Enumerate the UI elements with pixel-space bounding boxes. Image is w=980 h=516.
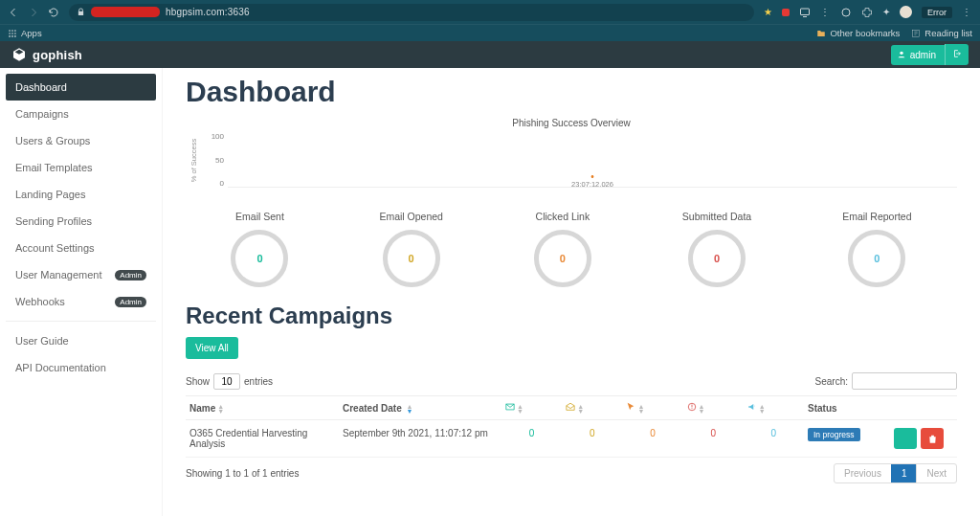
row-delete-button[interactable] <box>921 428 944 449</box>
kebab-icon[interactable]: ⋮ <box>820 7 831 17</box>
sidebar-item-landing-pages[interactable]: Landing Pages <box>6 181 156 208</box>
sidebar-item-api-docs[interactable]: API Documentation <box>6 354 156 381</box>
svg-point-5 <box>9 33 11 34</box>
other-bookmarks-button[interactable]: Other bookmarks <box>816 28 900 38</box>
svg-point-4 <box>14 30 16 32</box>
reload-icon[interactable] <box>48 7 59 18</box>
col-name-header[interactable]: Name▲▼ <box>186 396 339 420</box>
apps-shortcut[interactable]: Apps <box>8 28 42 38</box>
stat-ring[interactable]: 0 <box>688 230 746 287</box>
chart-data-point[interactable]: 23:07:12.026 <box>571 175 613 189</box>
cell-opened: 0 <box>562 420 622 458</box>
reading-list-label: Reading list <box>924 28 972 38</box>
col-submitted-header[interactable]: ▲▼ <box>683 396 744 420</box>
pager-current[interactable]: 1 <box>891 464 917 482</box>
forward-icon[interactable] <box>28 7 39 18</box>
sidebar-item-email-templates[interactable]: Email Templates <box>6 154 156 181</box>
status-badge: In progress <box>808 428 860 441</box>
chart-title: Phishing Success Overview <box>186 118 957 128</box>
view-all-button[interactable]: View All <box>186 337 238 359</box>
col-sent-header[interactable]: ▲▼ <box>501 396 562 420</box>
browser-extensions: ★ ⋮ ✦ Error ⋮ <box>764 6 972 18</box>
stat-email-sent: Email Sent 0 <box>231 211 288 287</box>
stat-email-opened: Email Opened 0 <box>379 211 443 287</box>
sidebar-item-account-settings[interactable]: Account Settings <box>6 235 156 261</box>
row-stats-button[interactable] <box>894 428 917 449</box>
sidebar-item-webhooks[interactable]: WebhooksAdmin <box>6 288 156 315</box>
sidebar-nav: Dashboard Campaigns Users & Groups Email… <box>0 68 163 516</box>
pager-previous[interactable]: Previous <box>835 464 891 482</box>
main-content: Dashboard Phishing Success Overview % of… <box>163 68 980 516</box>
stat-label: Email Sent <box>235 211 284 222</box>
sidebar-item-label: Landing Pages <box>15 189 85 200</box>
recorder-icon[interactable] <box>782 9 790 16</box>
sidebar-item-sending-profiles[interactable]: Sending Profiles <box>6 208 156 235</box>
show-label-post: entries <box>244 376 273 387</box>
browser-error-button[interactable]: Error <box>922 7 952 18</box>
lock-icon <box>77 8 85 16</box>
sidebar-item-label: Dashboard <box>15 81 67 93</box>
trash-icon <box>927 434 938 444</box>
sidebar-item-label: Webhooks <box>15 296 65 307</box>
cell-created: September 9th 2021, 11:07:12 pm <box>339 420 501 458</box>
logout-button[interactable] <box>945 44 969 65</box>
apps-grid-icon <box>8 29 17 38</box>
star-icon[interactable]: ★ <box>764 7 772 17</box>
puzzle-ext-icon[interactable] <box>861 7 873 18</box>
stat-value: 0 <box>256 253 262 264</box>
pager-next[interactable]: Next <box>916 464 956 482</box>
col-clicked-header[interactable]: ▲▼ <box>622 396 682 420</box>
sidebar-divider <box>6 321 156 322</box>
page-title: Dashboard <box>186 76 957 108</box>
table-info: Showing 1 to 1 of 1 entries <box>186 468 299 479</box>
circle-ext-icon[interactable] <box>840 7 852 18</box>
sidebar-item-label: Campaigns <box>15 108 69 120</box>
stat-ring[interactable]: 0 <box>848 230 905 287</box>
show-label-pre: Show <box>186 376 210 387</box>
brand-label: gophish <box>33 48 82 62</box>
url-visible: hbgpsim.com:3636 <box>166 7 250 17</box>
stat-clicked-link: Clicked Link 0 <box>534 211 591 287</box>
profile-avatar-icon[interactable] <box>900 6 912 18</box>
chart-area[interactable]: % of Success 100 50 0 23:07:12.026 <box>186 132 957 205</box>
app-brand[interactable]: gophish <box>11 47 82 62</box>
sidebar-item-dashboard[interactable]: Dashboard <box>6 74 156 101</box>
search-input[interactable] <box>852 372 957 390</box>
campaigns-table: Name▲▼ Created Date ▲▼ ▲▼ ▲▼ ▲▼ ▲▼ ▲▼ St… <box>186 395 957 458</box>
address-bar[interactable]: hbgpsim.com:3636 <box>69 4 754 21</box>
dots-ext-icon[interactable]: ✦ <box>882 7 890 17</box>
col-reported-header[interactable]: ▲▼ <box>744 396 804 420</box>
svg-rect-0 <box>801 9 810 15</box>
stat-ring[interactable]: 0 <box>383 230 440 287</box>
folder-icon <box>816 29 826 38</box>
stat-value: 0 <box>714 253 720 264</box>
entries-input[interactable] <box>213 373 240 390</box>
svg-point-3 <box>11 30 13 32</box>
entries-selector: Show entries <box>186 373 273 390</box>
sidebar-item-campaigns[interactable]: Campaigns <box>6 101 156 127</box>
sidebar-item-user-management[interactable]: User ManagementAdmin <box>6 261 156 288</box>
svg-point-8 <box>9 35 11 37</box>
stat-ring[interactable]: 0 <box>534 230 591 287</box>
y-axis-label: % of Success <box>186 132 203 188</box>
reading-list-button[interactable]: Reading list <box>911 28 972 38</box>
admin-menu-button[interactable]: admin <box>891 45 945 65</box>
table-row: O365 Credential Harvesting Analysis Sept… <box>186 420 957 458</box>
stat-label: Email Reported <box>842 211 911 222</box>
browser-menu-icon[interactable]: ⋮ <box>962 7 972 17</box>
sidebar-item-user-guide[interactable]: User Guide <box>6 327 156 354</box>
col-status-header[interactable]: Status <box>804 396 890 420</box>
cell-reported: 0 <box>744 420 804 458</box>
bookmarks-bar: Apps Other bookmarks Reading list <box>0 24 980 41</box>
y-axis-ticks: 100 50 0 <box>205 132 224 188</box>
stat-ring[interactable]: 0 <box>231 230 288 287</box>
col-created-header[interactable]: Created Date ▲▼ <box>339 396 501 420</box>
stats-row: Email Sent 0 Email Opened 0 Clicked Link… <box>186 211 957 287</box>
sidebar-item-users-groups[interactable]: Users & Groups <box>6 127 156 154</box>
back-icon[interactable] <box>8 7 19 18</box>
monitor-ext-icon[interactable] <box>799 7 811 18</box>
envelope-icon <box>505 403 515 414</box>
svg-rect-11 <box>913 30 920 37</box>
sidebar-item-label: Email Templates <box>15 162 93 173</box>
col-opened-header[interactable]: ▲▼ <box>562 396 622 420</box>
